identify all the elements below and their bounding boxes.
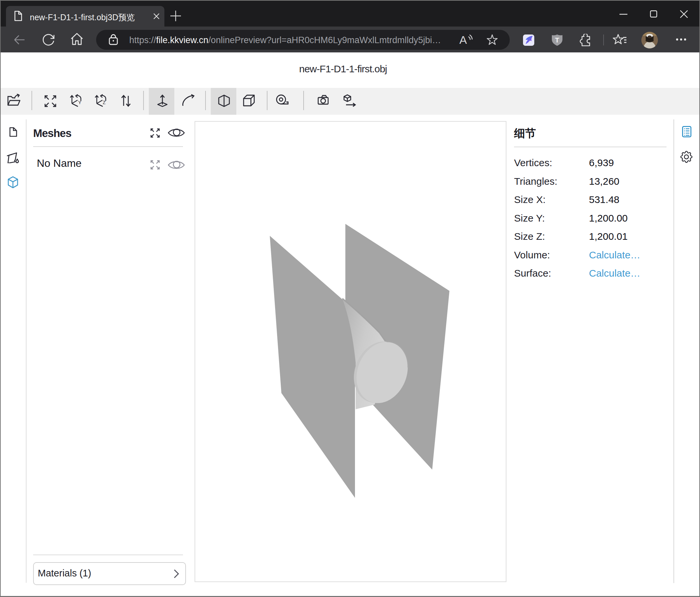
svg-text:Z: Z bbox=[103, 100, 106, 105]
svg-text:A: A bbox=[459, 33, 467, 46]
svg-text:T: T bbox=[555, 36, 559, 44]
svg-text:Y: Y bbox=[78, 100, 81, 105]
